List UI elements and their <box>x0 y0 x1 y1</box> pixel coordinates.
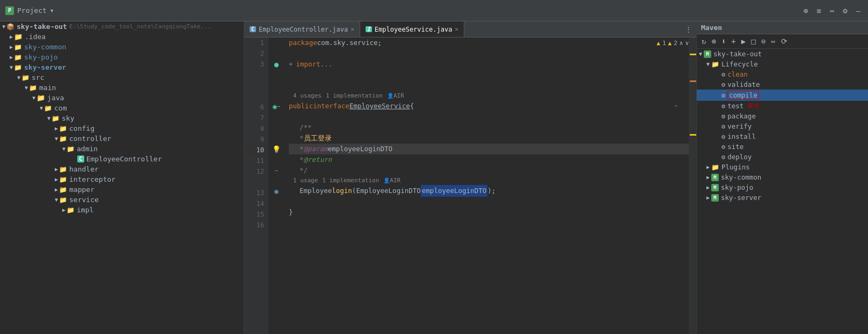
maven-plugins[interactable]: ▶ 📁 Plugins <box>697 162 868 172</box>
maven-plus-icon[interactable]: + <box>730 36 737 46</box>
tab-controller-icon: C <box>250 26 256 32</box>
maven-site[interactable]: ⚙ site <box>697 142 868 152</box>
code-line-3: + import ... <box>289 59 689 70</box>
handler-folder-icon: 📁 <box>59 166 67 173</box>
sidebar-item-sky-server[interactable]: ▼ 📁 sky-server <box>0 62 244 72</box>
maven-package[interactable]: ⚙ package <box>697 111 868 121</box>
project-label: Project <box>17 6 47 14</box>
tab-service-close[interactable]: ✕ <box>455 26 458 33</box>
maven-download-icon[interactable]: ⬇ <box>720 36 727 46</box>
maven-sync-icon[interactable]: ⇔ <box>769 36 777 46</box>
linenum-11: 11 <box>244 155 268 166</box>
import-collapse-btn[interactable]: + <box>289 59 293 70</box>
sidebar-item-config[interactable]: ▶ 📁 config <box>0 123 244 133</box>
code-line-2 <box>289 48 689 59</box>
minimize-icon[interactable]: — <box>854 5 863 16</box>
warning-bar: ▲ 1 ▲ 2 ∧ ∨ <box>657 38 689 48</box>
sidebar-item-root[interactable]: ▼ 📦 sky-take-out E:\Study_code_tool_note… <box>0 21 244 32</box>
sidebar-item-sky-common[interactable]: ▶ 📁 sky-common <box>0 42 244 52</box>
sidebar-item-com[interactable]: ▼ 📁 com <box>0 103 244 113</box>
sidebar: ▼ 📦 sky-take-out E:\Study_code_tool_note… <box>0 21 244 334</box>
arrow-main: ▼ <box>25 85 28 91</box>
code-lines[interactable]: ▲ 1 ▲ 2 ∧ ∨ package com.sky.service ; <box>285 38 689 334</box>
code-line-15: } <box>289 207 689 218</box>
sidebar-item-mapper[interactable]: ▶ 📁 mapper <box>0 184 244 195</box>
gutter-meta2 <box>268 176 285 185</box>
maven-verify[interactable]: ⚙ verify <box>697 121 868 131</box>
maven-sky-server[interactable]: ▶ M sky-server <box>697 192 868 203</box>
sidebar-item-sky-pojo[interactable]: ▶ 📁 sky-pojo <box>0 52 244 62</box>
tab-service[interactable]: I EmployeeService.java ✕ <box>360 21 464 37</box>
linenum-7: 7 <box>244 113 268 123</box>
maven-validate[interactable]: ⚙ validate <box>697 79 868 90</box>
linenum-10: 10 <box>244 145 268 155</box>
sidebar-item-impl[interactable]: ▶ 📁 impl <box>0 205 244 215</box>
sidebar-item-java[interactable]: ▼ 📁 java <box>0 93 244 103</box>
param-name: employeeLoginDTO <box>328 144 392 154</box>
sidebar-item-src[interactable]: ▼ 📁 src <box>0 72 244 83</box>
maven-compile[interactable]: ⚙ compile <box>697 90 868 101</box>
linenum-meta2 <box>244 177 268 188</box>
tab-controller-close[interactable]: ✕ <box>351 26 354 33</box>
fold-minus-1[interactable]: − <box>674 101 678 112</box>
maven-plugins-arrow: ▶ <box>706 164 710 170</box>
warn-arrow-up[interactable]: ∧ <box>680 40 683 47</box>
sidebar-item-main[interactable]: ▼ 📁 main <box>0 83 244 93</box>
maven-run-icon[interactable]: ▶ <box>740 36 747 46</box>
maven-clean[interactable]: ⚙ clean <box>697 69 868 79</box>
maven-root[interactable]: ▼ M sky-take-out <box>697 49 868 59</box>
maven-sky-pojo[interactable]: ▶ M sky-pojo <box>697 182 868 192</box>
maven-sky-pojo-arrow: ▶ <box>706 184 710 190</box>
add-icon[interactable]: ⊕ <box>801 5 810 16</box>
linenum-meta1 <box>244 91 268 102</box>
gutter-4 <box>268 70 285 80</box>
tab-controller[interactable]: C EmployeeController.java ✕ <box>244 21 360 37</box>
maven-lifecycle[interactable]: ▼ 📁 Lifecycle <box>697 59 868 69</box>
maven-sky-pojo-icon: M <box>711 184 719 191</box>
tab-more-button[interactable]: ⋮ <box>681 25 696 33</box>
maven-root-icon: M <box>704 50 711 58</box>
split-icon[interactable]: ⇔ <box>828 5 836 16</box>
sidebar-item-handler[interactable]: ▶ 📁 handler <box>0 164 244 174</box>
maven-reload-icon[interactable]: ⟳ <box>779 36 789 46</box>
comment-asterisk-10: * <box>300 144 304 154</box>
linenum-3: 3 <box>244 59 268 70</box>
maven-sky-common[interactable]: ▶ M sky-common <box>697 172 868 182</box>
code-editor[interactable]: 1 2 3 6 7 8 9 10 11 12 13 14 15 <box>244 38 696 334</box>
sidebar-item-controller[interactable]: ▼ 📁 controller <box>0 133 244 144</box>
code-line-8: /** <box>289 122 689 133</box>
maven-compile-label: compile <box>727 91 759 100</box>
maven-stop-icon[interactable]: □ <box>749 36 757 46</box>
warn-arrow-down[interactable]: ∨ <box>685 40 689 47</box>
sidebar-item-interceptor[interactable]: ▶ 📁 interceptor <box>0 174 244 184</box>
dropdown-arrow[interactable]: ▾ <box>50 6 54 14</box>
tab-service-icon: I <box>366 26 372 32</box>
interceptor-label: interceptor <box>69 175 115 183</box>
maven-test[interactable]: ⚙ test 双击 <box>697 101 868 111</box>
maven-install[interactable]: ⚙ install <box>697 131 868 142</box>
maven-deploy-label: deploy <box>727 153 752 161</box>
arrow-config: ▶ <box>55 125 58 131</box>
sidebar-item-service[interactable]: ▼ 📁 service <box>0 195 244 205</box>
sidebar-item-idea[interactable]: ▶ 📁 .idea <box>0 32 244 42</box>
gutter-3: ● <box>268 59 285 70</box>
maven-deploy[interactable]: ⚙ deploy <box>697 152 868 162</box>
sidebar-item-sky[interactable]: ▼ 📁 sky <box>0 113 244 123</box>
maven-exclude-icon[interactable]: ⊖ <box>760 36 767 46</box>
mapper-folder-icon: 📁 <box>59 186 67 194</box>
maven-root-label: sky-take-out <box>713 50 762 58</box>
maven-lifecycle-arrow: ▼ <box>706 61 710 67</box>
arrow-impl: ▶ <box>62 207 65 213</box>
sidebar-item-admin[interactable]: ▼ 📁 admin <box>0 144 244 154</box>
layout-icon[interactable]: ≡ <box>814 5 823 16</box>
root-label: sky-take-out <box>17 23 67 31</box>
meta-line-1: 4 usages 1 implementation 👤 AIR <box>289 91 689 101</box>
arrow-com: ▼ <box>40 105 43 111</box>
sidebar-item-employee-controller[interactable]: C EmployeeController <box>0 154 244 164</box>
project-icon: P <box>5 6 14 15</box>
maven-clean-label: clean <box>727 70 748 78</box>
maven-refresh-icon[interactable]: ↻ <box>700 36 707 46</box>
maven-add-icon[interactable]: ⊕ <box>710 36 717 46</box>
linenum-13: 13 <box>244 188 268 198</box>
settings-icon[interactable]: ⚙ <box>841 5 849 16</box>
